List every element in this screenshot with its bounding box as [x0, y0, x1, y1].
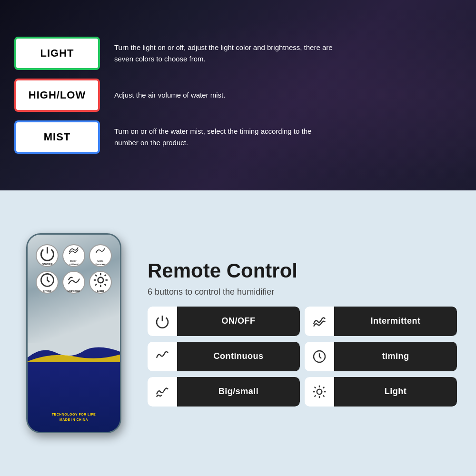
- intermittent-icon-box: [305, 307, 334, 336]
- svg-line-7: [104, 284, 106, 286]
- timing-icon-box: [305, 342, 334, 371]
- bigsmall-label: Big/small: [177, 377, 300, 407]
- remote-brand-text: TECHNOLOGY FOR LIFEMADE IN CHINA: [52, 412, 96, 422]
- remote-illustration-wrap: ON/OFF Inter-mittent: [19, 233, 129, 433]
- bigsmall-control: Big/small: [148, 377, 300, 407]
- wave-svg: [28, 343, 121, 362]
- onoff-icon-box: [148, 307, 177, 336]
- control-row-2: Continuous timing: [148, 342, 457, 371]
- light-control: Light: [305, 377, 457, 407]
- svg-line-17: [323, 395, 325, 397]
- intermittent-label: Intermittent: [334, 307, 457, 336]
- remote-row2: timing Big/small: [36, 271, 112, 294]
- remote-info-panel: Remote Control 6 buttons to control the …: [148, 260, 457, 406]
- light-description: Turn the light on or off, adjust the lig…: [114, 42, 333, 65]
- control-buttons-grid: ON/OFF Intermittent: [148, 307, 457, 407]
- bigsmall-wave-icon: [155, 384, 170, 399]
- top-section: LIGHT Turn the light on or off, adjust t…: [0, 0, 476, 190]
- remote-light-btn: Light: [89, 271, 112, 294]
- light-button: LIGHT: [14, 37, 100, 70]
- svg-line-9: [104, 275, 106, 276]
- control-row-3: Big/small: [148, 377, 457, 407]
- remote-top-area: ON/OFF Inter-mittent: [28, 235, 120, 343]
- wave-icon: [312, 314, 327, 329]
- remote-control-subtitle: 6 buttons to control the humidifier: [148, 287, 457, 297]
- bigsmall-icon-box: [148, 377, 177, 407]
- remote-control-title: Remote Control: [148, 260, 457, 282]
- continuous-wave-icon: [155, 349, 170, 364]
- bottom-section: ON/OFF Inter-mittent: [0, 190, 476, 476]
- remote-row1: ON/OFF Inter-mittent: [36, 244, 112, 267]
- continuous-icon-box: [148, 342, 177, 371]
- svg-line-18: [315, 395, 316, 397]
- mist-button: MIST: [14, 120, 100, 154]
- highlow-description: Adjust the air volume of water mist.: [114, 89, 225, 101]
- intermittent-control: Intermittent: [305, 307, 457, 336]
- svg-line-8: [95, 284, 97, 286]
- continuous-control: Continuous: [148, 342, 300, 371]
- svg-point-11: [317, 389, 322, 394]
- control-row-1: ON/OFF Intermittent: [148, 307, 457, 336]
- remote-intermittent-btn: Inter-mittent: [62, 244, 85, 267]
- remote-control-image: ON/OFF Inter-mittent: [26, 233, 121, 433]
- remote-bottom-area: TECHNOLOGY FOR LIFEMADE IN CHINA: [28, 343, 120, 432]
- remote-continuous-btn: Con-tinuous: [89, 244, 112, 267]
- timer-icon: [312, 349, 327, 364]
- timing-label: timing: [334, 342, 457, 371]
- svg-line-19: [323, 387, 325, 388]
- sun-icon: [312, 384, 327, 399]
- highlow-button-row: HIGH/LOW Adjust the air volume of water …: [14, 79, 476, 112]
- top-content: LIGHT Turn the light on or off, adjust t…: [0, 0, 476, 190]
- mist-description: Turn on or off the water mist, select th…: [114, 126, 333, 149]
- svg-line-6: [95, 275, 97, 276]
- remote-bigsmall-btn: Big/small: [62, 271, 85, 294]
- light-icon-box: [305, 377, 334, 407]
- svg-line-16: [315, 387, 316, 388]
- power-icon: [155, 314, 170, 329]
- highlow-button: HIGH/LOW: [14, 79, 100, 112]
- onoff-label: ON/OFF: [177, 307, 300, 336]
- timing-control: timing: [305, 342, 457, 371]
- continuous-label: Continuous: [177, 342, 300, 371]
- mist-button-row: MIST Turn on or off the water mist, sele…: [14, 120, 476, 154]
- svg-point-1: [98, 278, 103, 283]
- light-button-row: LIGHT Turn the light on or off, adjust t…: [14, 37, 476, 70]
- remote-timing-btn: timing: [36, 271, 59, 294]
- remote-onoff-btn: ON/OFF: [36, 244, 59, 267]
- light-control-label: Light: [334, 377, 457, 407]
- onoff-control: ON/OFF: [148, 307, 300, 336]
